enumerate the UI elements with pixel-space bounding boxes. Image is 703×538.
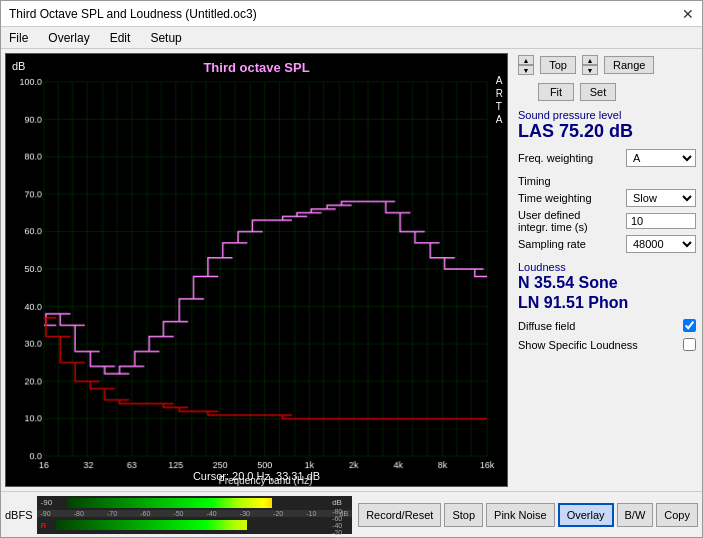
set-button[interactable]: Set — [580, 83, 616, 101]
ch-r-label: R — [41, 521, 53, 530]
pink-noise-button[interactable]: Pink Noise — [486, 503, 555, 527]
show-specific-loudness-row: Show Specific Loudness — [518, 338, 696, 351]
bar-inactive-l — [247, 520, 329, 530]
chart-db-label: dB — [12, 60, 25, 72]
fit-button[interactable]: Fit — [538, 83, 574, 101]
meter-tick-row: -90 -80 -70 -60 -50 -40 -30 -20 -10 dB — [37, 510, 353, 517]
time-weighting-select[interactable]: Slow Fast Impulse — [626, 189, 696, 207]
sampling-rate-select[interactable]: 44100 48000 96000 — [626, 235, 696, 253]
right-panel: ▲ ▼ Top ▲ ▼ Range Fit Set Sound pressure… — [512, 49, 702, 491]
menu-bar: File Overlay Edit Setup — [1, 27, 702, 49]
meter-bottom-row: R -80 -60 -40 -20 dB — [37, 517, 353, 534]
bar-track-l — [56, 520, 330, 530]
dbscale-r: dB — [332, 498, 348, 507]
top-spin: ▲ ▼ — [518, 55, 534, 75]
time-weighting-label: Time weighting — [518, 192, 626, 204]
user-defined-label: User defined integr. time (s) — [518, 209, 626, 233]
freq-weighting-label: Freq. weighting — [518, 152, 626, 164]
menu-setup[interactable]: Setup — [146, 30, 185, 46]
menu-file[interactable]: File — [5, 30, 32, 46]
close-button[interactable]: ✕ — [682, 6, 694, 22]
user-defined-input[interactable] — [626, 213, 696, 229]
range-up-btn[interactable]: ▲ — [582, 55, 598, 65]
record-reset-button[interactable]: Record/Reset — [358, 503, 441, 527]
main-window: Third Octave SPL and Loudness (Untitled.… — [0, 0, 703, 538]
loudness-section: Loudness N 35.54 Sone LN 91.51 Phon — [518, 261, 696, 315]
bw-button[interactable]: B/W — [617, 503, 654, 527]
meter-top-scale: -90 — [41, 498, 65, 507]
top-up-btn[interactable]: ▲ — [518, 55, 534, 65]
loudness-ln-value: LN 91.51 Phon — [518, 293, 696, 314]
top-down-btn[interactable]: ▼ — [518, 65, 534, 75]
loudness-label: Loudness — [518, 261, 696, 273]
chart-title: Third octave SPL — [6, 60, 507, 75]
menu-edit[interactable]: Edit — [106, 30, 135, 46]
copy-button[interactable]: Copy — [656, 503, 698, 527]
diffuse-field-row: Diffuse field — [518, 319, 696, 332]
spl-section: Sound pressure level LAS 75.20 dB — [518, 107, 696, 143]
main-content: Third octave SPL dB A R T A Cursor: 20.0… — [1, 49, 702, 491]
bottom-bar: dBFS -90 dB -90 -80 -70 -60 -50 -40 -30 — [1, 491, 702, 537]
spl-value: LAS 75.20 dB — [518, 121, 696, 143]
show-specific-loudness-checkbox[interactable] — [683, 338, 696, 351]
spl-section-label: Sound pressure level — [518, 109, 696, 121]
range-down-btn[interactable]: ▼ — [582, 65, 598, 75]
diffuse-field-checkbox[interactable] — [683, 319, 696, 332]
timing-title: Timing — [518, 175, 696, 187]
chart-canvas — [6, 54, 507, 486]
tick-labels: -90 -80 -70 -60 -50 -40 -30 -20 -10 dB — [41, 510, 349, 517]
show-specific-loudness-label: Show Specific Loudness — [518, 339, 679, 351]
overlay-button[interactable]: Overlay — [558, 503, 614, 527]
range-button[interactable]: Range — [604, 56, 654, 74]
level-meter: -90 dB -90 -80 -70 -60 -50 -40 -30 -20 -… — [37, 496, 353, 534]
diffuse-field-label: Diffuse field — [518, 320, 679, 332]
user-defined-row: User defined integr. time (s) — [518, 209, 696, 233]
nav-controls: ▲ ▼ Top ▲ ▼ Range — [518, 53, 696, 77]
chart-area: Third octave SPL dB A R T A Cursor: 20.0… — [5, 53, 508, 487]
time-weighting-row: Time weighting Slow Fast Impulse — [518, 189, 696, 207]
bar-inactive-r — [272, 498, 330, 508]
top-button[interactable]: Top — [540, 56, 576, 74]
stop-button[interactable]: Stop — [444, 503, 483, 527]
loudness-n-value: N 35.54 Sone — [518, 273, 696, 294]
window-title: Third Octave SPL and Loudness (Untitled.… — [9, 7, 257, 21]
timing-section: Timing Time weighting Slow Fast Impulse … — [518, 175, 696, 255]
chart-arta-label: A R T A — [496, 74, 503, 126]
sampling-rate-label: Sampling rate — [518, 238, 626, 250]
sampling-rate-row: Sampling rate 44100 48000 96000 — [518, 235, 696, 253]
range-spin: ▲ ▼ — [582, 55, 598, 75]
menu-overlay[interactable]: Overlay — [44, 30, 93, 46]
bar-track-r — [68, 498, 330, 508]
nav-controls-2: Fit Set — [518, 81, 696, 103]
meter-top-row: -90 dB — [37, 496, 353, 510]
title-bar: Third Octave SPL and Loudness (Untitled.… — [1, 1, 702, 27]
dbfs-label: dBFS — [5, 509, 33, 521]
chart-cursor: Cursor: 20.0 Hz, 33.31 dB — [6, 470, 507, 482]
freq-weighting-row: Freq. weighting A B C Z — [518, 149, 696, 167]
bottom-buttons: Record/Reset Stop Pink Noise Overlay B/W… — [358, 503, 698, 527]
freq-weighting-select[interactable]: A B C Z — [626, 149, 696, 167]
